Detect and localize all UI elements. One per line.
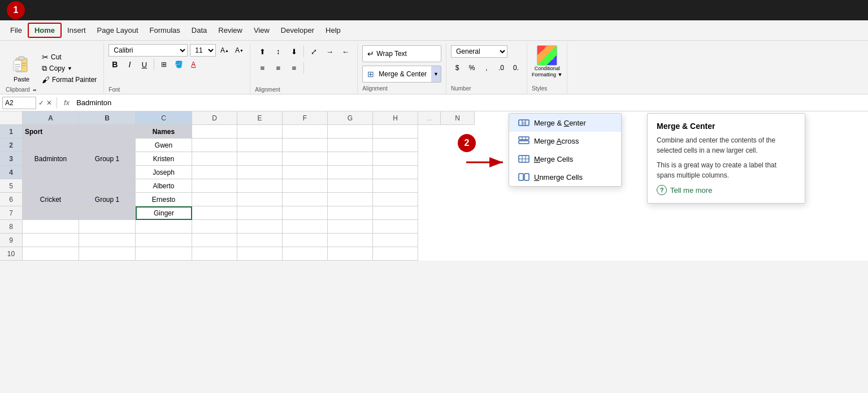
cell-D7[interactable] [192,206,237,220]
cell-A4[interactable] [23,166,79,179]
copy-button[interactable]: ⧉ Copy ▼ [40,63,99,74]
cell-C9[interactable] [136,234,192,247]
cell-D3[interactable] [192,152,237,166]
cell-G9[interactable] [328,234,373,247]
cell-A7[interactable] [23,206,79,220]
cell-B9[interactable] [79,234,136,247]
col-header-G[interactable]: G [328,111,373,125]
cut-button[interactable]: ✂ Cut [40,52,99,62]
cell-D6[interactable] [192,193,237,206]
col-header-H[interactable]: H [373,111,418,125]
increase-decimal-button[interactable]: .0 [495,62,507,74]
font-family-select[interactable]: Calibri [108,44,188,57]
select-all-button[interactable] [0,111,23,125]
cell-D2[interactable] [192,139,237,152]
cell-C4[interactable]: Joseph [136,166,192,179]
col-header-C[interactable]: C [136,111,192,125]
cell-B4[interactable] [79,166,136,179]
cell-A6[interactable]: Cricket [23,193,79,206]
align-center-button[interactable]: ≡ [271,61,285,75]
tooltip-tell-me-more-link[interactable]: ? Tell me more [657,185,796,195]
cell-A10[interactable] [23,247,79,261]
cell-reference-input[interactable] [2,97,36,109]
cell-F6[interactable] [283,193,328,206]
menu-help[interactable]: Help [320,24,346,37]
merge-center-dropdown-button[interactable]: ▼ [431,66,441,83]
cell-E3[interactable] [237,152,283,166]
cell-A9[interactable] [23,234,79,247]
cell-D8[interactable] [192,220,237,234]
cell-G8[interactable] [328,220,373,234]
cell-A8[interactable] [23,220,79,234]
cell-H3[interactable] [373,152,418,166]
cell-B5[interactable] [79,179,136,193]
cell-H2[interactable] [373,139,418,152]
cell-B2[interactable] [79,139,136,152]
menu-formulas[interactable]: Formulas [144,24,186,37]
cell-H5[interactable] [373,179,418,193]
cell-E2[interactable] [237,139,283,152]
align-right-button[interactable]: ≡ [287,61,301,75]
conditional-formatting-button[interactable]: ConditionalFormatting ▼ [532,45,562,78]
cell-E9[interactable] [237,234,283,247]
cell-G10[interactable] [328,247,373,261]
cell-G4[interactable] [328,166,373,179]
wrap-text-button[interactable]: ↵ Wrap Text [362,45,441,62]
dropdown-item-merge-cells[interactable]: Merge Cells [509,150,621,168]
formula-cancel-icon[interactable]: ✕ [46,99,52,107]
cell-E8[interactable] [237,220,283,234]
cell-B3[interactable]: Group 1 [79,152,136,166]
formula-input[interactable] [74,97,866,108]
cell-C8[interactable] [136,220,192,234]
cell-E7[interactable] [237,206,283,220]
fill-color-button[interactable]: 🪣 [172,58,185,71]
menu-view[interactable]: View [248,24,275,37]
cell-G6[interactable] [328,193,373,206]
cell-D4[interactable] [192,166,237,179]
cell-F7[interactable] [283,206,328,220]
cell-A1[interactable]: Sport [23,125,79,139]
menu-data[interactable]: Data [186,24,212,37]
format-painter-button[interactable]: 🖌 Format Painter [40,75,99,85]
indent-decrease-button[interactable]: ← [338,44,353,59]
cell-A2[interactable] [23,139,79,152]
cell-D1[interactable] [192,125,237,139]
align-top-button[interactable]: ⬆ [255,44,270,59]
cell-D10[interactable] [192,247,237,261]
cell-F4[interactable] [283,166,328,179]
cell-A5[interactable] [23,179,79,193]
col-header-N[interactable]: N [441,111,475,125]
align-middle-button[interactable]: ↕ [271,44,285,59]
cell-G1[interactable] [328,125,373,139]
cell-G2[interactable] [328,139,373,152]
cell-H10[interactable] [373,247,418,261]
cell-B7[interactable] [79,206,136,220]
comma-button[interactable]: , [480,62,493,74]
decrease-font-button[interactable]: A▼ [233,44,245,57]
increase-font-button[interactable]: A▲ [218,44,231,57]
cell-C1[interactable]: Names [136,125,192,139]
menu-file[interactable]: File [5,24,28,37]
cell-E6[interactable] [237,193,283,206]
underline-button[interactable]: U [138,58,150,71]
accounting-button[interactable]: $ [451,62,463,74]
paste-button[interactable]: Paste [7,44,36,93]
cell-D5[interactable] [192,179,237,193]
formula-check-icon[interactable]: ✓ [38,99,44,107]
cell-D9[interactable] [192,234,237,247]
cell-B6[interactable]: Group 1 [79,193,136,206]
cell-F10[interactable] [283,247,328,261]
text-angle-button[interactable]: ⤢ [306,44,321,59]
font-size-select[interactable]: 11 [190,44,216,57]
cell-E4[interactable] [237,166,283,179]
col-header-D[interactable]: D [192,111,237,125]
cell-E10[interactable] [237,247,283,261]
dropdown-item-unmerge-cells[interactable]: Unmerge Cells [509,168,621,186]
cell-E5[interactable] [237,179,283,193]
col-header-E[interactable]: E [237,111,283,125]
percent-button[interactable]: % [466,62,478,74]
dropdown-item-merge-center[interactable]: ⊟ Merge & Center [509,114,621,132]
align-bottom-button[interactable]: ⬇ [287,44,301,59]
cell-H4[interactable] [373,166,418,179]
cell-C7[interactable]: Ginger [136,206,192,220]
